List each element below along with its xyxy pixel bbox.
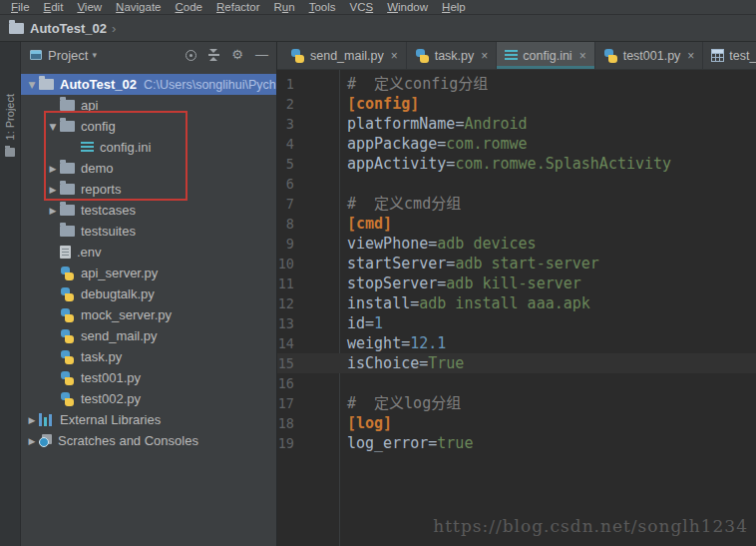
code-line-5[interactable]: 5appActivity=com.romwe.SplashActivity — [277, 154, 756, 174]
python-file-icon — [290, 49, 305, 63]
tree-item-autotest-02[interactable]: ▼AutoTest_02C:\Users\songlihui\Pych — [21, 74, 276, 95]
breadcrumb-project[interactable]: AutoTest_02 — [30, 21, 107, 36]
tree-item-test002-py[interactable]: test002.py — [21, 388, 276, 409]
editor-tab-config-ini[interactable]: config.ini× — [497, 42, 594, 69]
tree-item-send-mail-py[interactable]: send_mail.py — [21, 325, 276, 346]
code-token-eq: = — [365, 314, 374, 332]
code-line-17[interactable]: 17# 定义log分组 — [277, 393, 756, 413]
tree-item-label: task.py — [81, 349, 122, 364]
close-tab-icon[interactable]: × — [481, 49, 488, 63]
code-line-18[interactable]: 18[log] — [277, 413, 756, 433]
tree-item-label: debugtalk.py — [81, 286, 155, 301]
project-stripe-button[interactable]: 1: Project — [4, 94, 16, 140]
python-icon — [60, 267, 75, 280]
code-editor[interactable]: 1# 定义config分组2[config]3platformName=Andr… — [277, 70, 756, 546]
chevron-down-icon[interactable]: ▾ — [92, 50, 97, 60]
hide-icon[interactable]: — — [255, 49, 268, 61]
code-line-3[interactable]: 3platformName=Android — [277, 114, 756, 134]
tree-item-mock-server-py[interactable]: mock_server.py — [21, 304, 276, 325]
code-token-key: stopServer — [347, 274, 437, 292]
tree-item-demo[interactable]: ▶demo — [21, 158, 276, 179]
code-line-9[interactable]: 9viewPhone=adb devices — [277, 234, 756, 254]
tree-item-label: mock_server.py — [81, 307, 172, 322]
tree-item-api-server-py[interactable]: api_server.py — [21, 263, 276, 283]
code-line-13[interactable]: 13id=1 — [277, 313, 756, 333]
code-token-str: adb kill-server — [446, 274, 580, 292]
tree-item-reports[interactable]: ▶reports — [21, 179, 276, 200]
code-line-8[interactable]: 8[cmd] — [277, 214, 756, 234]
code-token-eq: = — [410, 294, 419, 312]
tree-item-config-ini[interactable]: config.ini — [21, 137, 276, 158]
tree-item-task-py[interactable]: task.py — [21, 346, 276, 367]
code-line-7[interactable]: 7# 定义cmd分组 — [277, 194, 756, 214]
code-line-16[interactable]: 16 — [277, 373, 756, 393]
menu-vcs[interactable]: VCS — [342, 1, 380, 13]
editor-tab-test[interactable]: test_ — [703, 42, 756, 69]
tree-item-env[interactable]: .env — [21, 242, 276, 263]
tree-item-testcases[interactable]: ▶testcases — [21, 200, 276, 221]
menu-view[interactable]: View — [70, 1, 109, 13]
code-token-key: appPackage — [347, 135, 437, 153]
tree-item-test001-py[interactable]: test001.py — [21, 367, 276, 388]
line-number: 19 — [277, 433, 294, 453]
menu-edit[interactable]: Edit — [37, 1, 71, 13]
chevron-collapsed-icon[interactable]: ▶ — [25, 415, 39, 425]
code-line-11[interactable]: 11stopServer=adb kill-server — [277, 273, 756, 293]
line-number: 7 — [277, 194, 294, 214]
code-token-num: 12.1 — [410, 334, 446, 352]
menu-code[interactable]: Code — [169, 1, 210, 13]
code-line-19[interactable]: 19log_error=true — [277, 433, 756, 453]
menu-refactor[interactable]: Refactor — [209, 1, 266, 13]
tree-item-scratches-and-consoles[interactable]: ▶Scratches and Consoles — [21, 430, 276, 451]
libs-icon — [39, 413, 54, 426]
tree-item-api[interactable]: api — [21, 95, 276, 116]
tree-item-config[interactable]: ▼config — [21, 116, 276, 137]
chevron-expanded-icon[interactable]: ▼ — [25, 80, 39, 90]
code-line-4[interactable]: 4appPackage=com.romwe — [277, 134, 756, 154]
chevron-collapsed-icon[interactable]: ▶ — [25, 436, 39, 446]
menu-help[interactable]: Help — [435, 1, 473, 13]
line-number: 16 — [277, 373, 294, 393]
line-number: 17 — [277, 393, 294, 413]
menu-tools[interactable]: Tools — [302, 1, 343, 13]
close-tab-icon[interactable]: × — [687, 49, 694, 63]
code-line-10[interactable]: 10startServer=adb start-server — [277, 254, 756, 273]
menu-run[interactable]: Run — [267, 1, 302, 13]
menu-navigate[interactable]: Navigate — [109, 1, 168, 13]
close-tab-icon[interactable]: × — [391, 49, 398, 63]
tree-item-label: test001.py — [81, 370, 141, 385]
collapse-all-icon[interactable] — [208, 49, 219, 61]
code-line-2[interactable]: 2[config] — [277, 94, 756, 114]
line-number: 3 — [277, 114, 294, 134]
chevron-collapsed-icon[interactable]: ▶ — [46, 206, 60, 216]
tab-label: test001.py — [623, 49, 681, 63]
editor-tab-task-py[interactable]: task.py× — [407, 42, 498, 69]
settings-icon[interactable]: ⚙ — [231, 49, 243, 61]
code-token-str: com.romwe — [446, 135, 527, 153]
tree-item-label: config.ini — [100, 140, 151, 155]
menu-file[interactable]: File — [4, 1, 37, 13]
tree-item-debugtalk-py[interactable]: debugtalk.py — [21, 283, 276, 304]
tree-item-external-libraries[interactable]: ▶External Libraries — [21, 409, 276, 430]
project-panel-header: Project ▾ ⚙ — — [21, 42, 276, 68]
menu-window[interactable]: Window — [380, 1, 435, 13]
editor-tab-test001-py[interactable]: test001.py× — [595, 42, 704, 69]
line-number: 9 — [277, 234, 294, 254]
close-tab-icon[interactable]: × — [579, 49, 586, 63]
code-line-6[interactable]: 6 — [277, 174, 756, 194]
tree-item-label: testsuites — [81, 224, 136, 239]
panel-title[interactable]: Project — [48, 48, 88, 63]
chevron-collapsed-icon[interactable]: ▶ — [46, 185, 60, 195]
locate-icon[interactable] — [186, 50, 196, 61]
project-panel: Project ▾ ⚙ — ▼AutoTest_02C:\Users\songl… — [21, 42, 277, 546]
tree-item-testsuites[interactable]: testsuites — [21, 221, 276, 242]
env-icon — [60, 246, 71, 259]
chevron-collapsed-icon[interactable]: ▶ — [46, 164, 60, 174]
python-icon — [60, 329, 75, 343]
code-line-14[interactable]: 14weight=12.1 — [277, 333, 756, 353]
code-line-12[interactable]: 12install=adb install aaa.apk — [277, 293, 756, 313]
editor-tab-send-mail-py[interactable]: send_mail.py× — [282, 42, 407, 69]
code-line-1[interactable]: 1# 定义config分组 — [277, 74, 756, 94]
code-line-15[interactable]: 15isChoice=True — [277, 353, 756, 373]
chevron-expanded-icon[interactable]: ▼ — [46, 122, 60, 132]
